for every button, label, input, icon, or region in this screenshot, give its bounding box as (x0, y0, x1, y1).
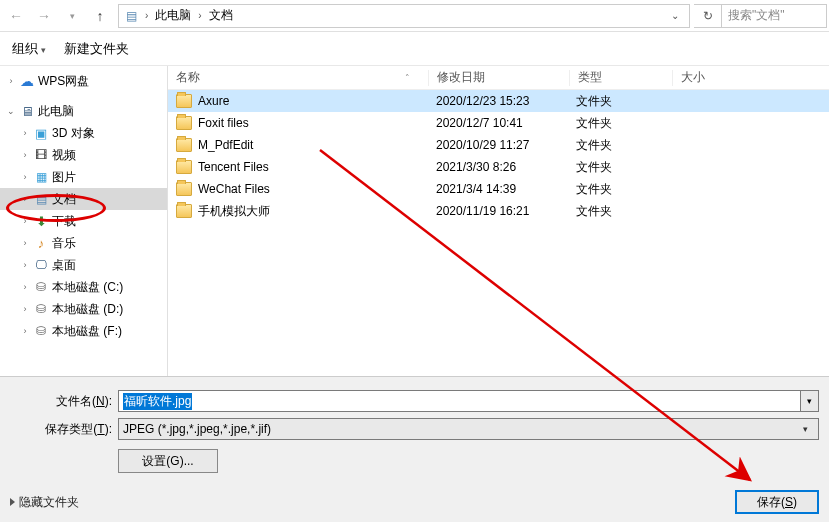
breadcrumb[interactable]: ▤ › 此电脑 › 文档 ⌄ (118, 4, 690, 28)
chevron-down-icon[interactable]: ⌄ (665, 10, 685, 21)
tree-item-3d[interactable]: › ▣ 3D 对象 (0, 122, 167, 144)
expand-arrow-icon[interactable]: › (18, 304, 32, 314)
file-row[interactable]: Axure 2020/12/23 15:23 文件夹 (168, 90, 829, 112)
organize-menu[interactable]: 组织 (12, 40, 46, 58)
folder-tree[interactable]: › ☁ WPS网盘 ⌄ 🖥 此电脑 › ▣ 3D 对象 › 🎞 视频 › ▦ 图… (0, 66, 168, 376)
expand-arrow-icon[interactable]: › (18, 326, 32, 336)
tree-label: 视频 (52, 147, 76, 164)
expand-arrow-icon[interactable]: › (18, 282, 32, 292)
filetype-select[interactable]: JPEG (*.jpg,*.jpeg,*.jpe,*.jif) ▾ (118, 418, 819, 440)
new-folder-button[interactable]: 新建文件夹 (64, 40, 129, 58)
file-name: WeChat Files (198, 182, 270, 196)
tree-item-music[interactable]: › ♪ 音乐 (0, 232, 167, 254)
file-row[interactable]: Foxit files 2020/12/7 10:41 文件夹 (168, 112, 829, 134)
disk-icon: ⛁ (32, 300, 50, 318)
expand-arrow-icon[interactable]: › (18, 194, 32, 204)
file-type: 文件夹 (568, 203, 670, 220)
tree-label: WPS网盘 (38, 73, 89, 90)
folder-icon (176, 116, 192, 130)
filetype-value: JPEG (*.jpg,*.jpeg,*.jpe,*.jif) (123, 422, 271, 436)
tree-item-desktop[interactable]: › 🖵 桌面 (0, 254, 167, 276)
file-name: M_PdfEdit (198, 138, 253, 152)
filename-history-dropdown[interactable]: ▾ (801, 390, 819, 412)
tree-item-this-pc[interactable]: ⌄ 🖥 此电脑 (0, 100, 167, 122)
download-icon: ⬇ (32, 212, 50, 230)
toolbar: 组织 新建文件夹 (0, 32, 829, 66)
file-date: 2020/12/23 15:23 (428, 94, 568, 108)
file-type: 文件夹 (568, 93, 670, 110)
expand-arrow-icon[interactable]: › (18, 172, 32, 182)
pc-icon: 🖥 (18, 102, 36, 120)
tree-item-videos[interactable]: › 🎞 视频 (0, 144, 167, 166)
chevron-down-icon: ▾ (796, 424, 814, 434)
column-header-size[interactable]: 大小 (673, 69, 733, 86)
chevron-right-icon: › (139, 10, 154, 21)
sort-indicator-icon: ˄ (405, 73, 410, 83)
file-date: 2021/3/4 14:39 (428, 182, 568, 196)
tree-item-disk-d[interactable]: › ⛁ 本地磁盘 (D:) (0, 298, 167, 320)
hide-folders-toggle[interactable]: 隐藏文件夹 (10, 494, 79, 511)
forward-button: → (30, 1, 58, 31)
video-icon: 🎞 (32, 146, 50, 164)
file-name: Tencent Files (198, 160, 269, 174)
folder-icon (176, 204, 192, 218)
breadcrumb-item[interactable]: 此电脑 (154, 7, 192, 24)
folder-icon (176, 94, 192, 108)
breadcrumb-item[interactable]: 文档 (208, 7, 234, 24)
picture-icon: ▦ (32, 168, 50, 186)
tree-item-pictures[interactable]: › ▦ 图片 (0, 166, 167, 188)
file-row[interactable]: 手机模拟大师 2020/11/19 16:21 文件夹 (168, 200, 829, 222)
expand-arrow-icon[interactable]: › (18, 150, 32, 160)
back-button[interactable]: ← (2, 1, 30, 31)
file-date: 2020/10/29 11:27 (428, 138, 568, 152)
file-row[interactable]: M_PdfEdit 2020/10/29 11:27 文件夹 (168, 134, 829, 156)
collapse-arrow-icon[interactable]: ⌄ (4, 106, 18, 116)
recent-dropdown[interactable]: ▾ (58, 1, 86, 31)
column-header-name[interactable]: 名称 ˄ (168, 69, 428, 86)
file-type: 文件夹 (568, 181, 670, 198)
tree-label: 本地磁盘 (F:) (52, 323, 122, 340)
search-input[interactable]: 搜索"文档" (722, 4, 827, 28)
expand-arrow-icon[interactable]: › (18, 216, 32, 226)
tree-item-documents[interactable]: › ▤ 文档 (0, 188, 167, 210)
file-date: 2020/12/7 10:41 (428, 116, 568, 130)
tree-item-disk-c[interactable]: › ⛁ 本地磁盘 (C:) (0, 276, 167, 298)
search-placeholder: 搜索"文档" (728, 7, 785, 24)
file-list-header: 名称 ˄ 修改日期 类型 大小 (168, 66, 829, 90)
folder-icon (176, 138, 192, 152)
tree-label: 本地磁盘 (D:) (52, 301, 123, 318)
tree-item-disk-f[interactable]: › ⛁ 本地磁盘 (F:) (0, 320, 167, 342)
folder-icon (176, 182, 192, 196)
tree-label: 音乐 (52, 235, 76, 252)
main-area: › ☁ WPS网盘 ⌄ 🖥 此电脑 › ▣ 3D 对象 › 🎞 视频 › ▦ 图… (0, 66, 829, 376)
music-icon: ♪ (32, 234, 50, 252)
save-button[interactable]: 保存(S) (735, 490, 819, 514)
expand-arrow-icon[interactable]: › (18, 238, 32, 248)
expand-arrow-icon[interactable]: › (4, 76, 18, 86)
filename-input[interactable]: 福昕软件.jpg (118, 390, 801, 412)
folder-icon (176, 160, 192, 174)
up-button[interactable]: ↑ (86, 1, 114, 31)
document-location-icon: ▤ (123, 8, 139, 24)
tree-item-wps[interactable]: › ☁ WPS网盘 (0, 70, 167, 92)
file-row[interactable]: Tencent Files 2021/3/30 8:26 文件夹 (168, 156, 829, 178)
file-name: Axure (198, 94, 229, 108)
file-row[interactable]: WeChat Files 2021/3/4 14:39 文件夹 (168, 178, 829, 200)
tree-label: 图片 (52, 169, 76, 186)
refresh-button[interactable]: ↻ (694, 4, 722, 28)
file-list: 名称 ˄ 修改日期 类型 大小 Axure 2020/12/23 15:23 文… (168, 66, 829, 376)
disk-icon: ⛁ (32, 278, 50, 296)
column-header-date[interactable]: 修改日期 (429, 69, 569, 86)
settings-button[interactable]: 设置(G)... (118, 449, 218, 473)
tree-item-downloads[interactable]: › ⬇ 下载 (0, 210, 167, 232)
tree-label: 此电脑 (38, 103, 74, 120)
filetype-label: 保存类型(T): (10, 421, 118, 438)
filename-value: 福昕软件.jpg (123, 393, 192, 410)
expand-arrow-icon[interactable]: › (18, 128, 32, 138)
file-name: Foxit files (198, 116, 249, 130)
expand-arrow-icon[interactable]: › (18, 260, 32, 270)
column-header-type[interactable]: 类型 (570, 69, 672, 86)
chevron-right-icon: › (192, 10, 207, 21)
desktop-icon: 🖵 (32, 256, 50, 274)
3d-icon: ▣ (32, 124, 50, 142)
